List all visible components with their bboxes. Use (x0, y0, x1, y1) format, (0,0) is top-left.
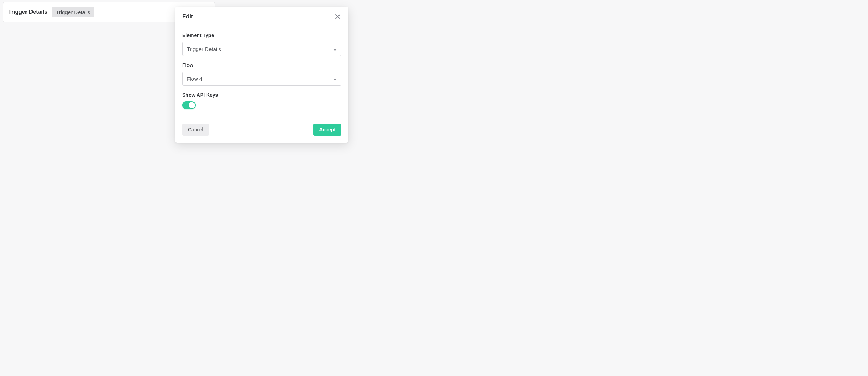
accept-button[interactable]: Accept (313, 124, 341, 136)
close-button[interactable] (334, 13, 341, 20)
dialog-body: Element Type Trigger Details Flow Flow 4… (175, 26, 348, 117)
flow-value: Flow 4 (187, 76, 202, 82)
dialog-footer: Cancel Accept (175, 117, 348, 143)
close-icon (335, 14, 341, 19)
edit-dialog: Edit Element Type Trigger Details Flow F… (175, 7, 348, 143)
dialog-header: Edit (175, 7, 348, 26)
caret-down-icon (333, 46, 337, 52)
element-type-select[interactable]: Trigger Details (182, 42, 341, 56)
element-type-label: Element Type (182, 33, 341, 38)
show-api-keys-toggle[interactable] (182, 101, 196, 109)
toggle-knob (189, 102, 195, 108)
flow-label: Flow (182, 62, 341, 68)
element-type-value: Trigger Details (187, 46, 221, 52)
caret-down-icon (333, 76, 337, 82)
field-flow: Flow Flow 4 (182, 62, 341, 86)
show-api-keys-label: Show API Keys (182, 92, 341, 98)
cancel-button[interactable]: Cancel (182, 124, 209, 136)
field-element-type: Element Type Trigger Details (182, 33, 341, 56)
flow-select[interactable]: Flow 4 (182, 72, 341, 86)
card-chip[interactable]: Trigger Details (52, 7, 94, 17)
field-show-api-keys: Show API Keys (182, 92, 341, 109)
dialog-title: Edit (182, 13, 193, 20)
card-title: Trigger Details (8, 9, 47, 15)
